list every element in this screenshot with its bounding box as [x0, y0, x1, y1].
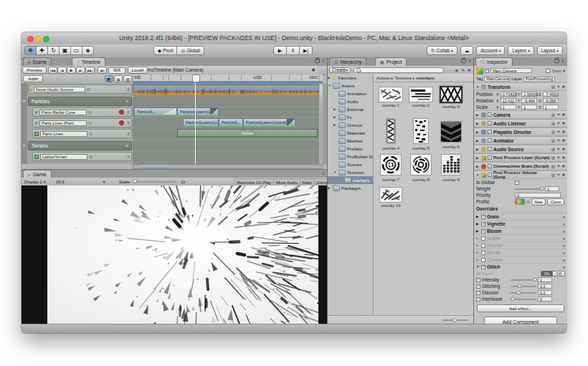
gear-icon[interactable]: ✱: [561, 85, 565, 89]
playable-director-component-header[interactable]: ▶✓Playable Director▤▼✱: [474, 127, 567, 136]
clip-lines-1[interactable]: ParticleSystemCo..: [183, 118, 219, 127]
all-button[interactable]: All: [476, 271, 480, 276]
tree-item-scenes[interactable]: Scenes: [328, 160, 373, 168]
pivot-toggle-button[interactable]: ◆Pivot: [153, 46, 177, 55]
gameobject-enabled-checkbox[interactable]: ✓: [485, 69, 489, 73]
local-global-dropdown[interactable]: Local▾: [128, 67, 148, 74]
gear-icon[interactable]: ✱: [561, 121, 565, 125]
rotation-y-field[interactable]: -5.496: [521, 98, 537, 103]
transform-tool-button[interactable]: ◈: [82, 46, 94, 55]
track-options-icon[interactable]: ≡: [127, 132, 130, 136]
track-group-terrains[interactable]: Terrains +: [28, 141, 132, 150]
collab-dropdown[interactable]: ↻Collab▾: [427, 46, 457, 55]
mix-mode-button[interactable]: ◩: [105, 75, 113, 82]
slider-knob[interactable]: [533, 278, 537, 282]
rotate-tool-button[interactable]: ↻: [47, 46, 60, 55]
layer-dropdown[interactable]: PostProcessing: [523, 77, 555, 82]
foldout-icon[interactable]: ▶: [333, 123, 337, 127]
pause-button[interactable]: ‖: [286, 46, 300, 55]
tab-inspector[interactable]: ⓘInspector: [475, 57, 513, 66]
previous-frame-button[interactable]: |◀: [57, 67, 67, 74]
override-menu-icon[interactable]: ≡: [563, 222, 565, 226]
override-recolor[interactable]: ▶Recolor≡: [474, 241, 567, 249]
asset-overlay-3[interactable]: overlay-3: [437, 85, 465, 109]
foldout-icon[interactable]: ▶: [476, 165, 480, 168]
weight-slider[interactable]: [515, 188, 544, 190]
preset-icon[interactable]: ▼: [556, 130, 560, 134]
foldout-icon[interactable]: ▶: [476, 222, 480, 226]
cinemachine-brain-component-header[interactable]: ▶✓Cinemachine Brain (Script)▤▼✱: [474, 162, 567, 170]
override-enabled-checkbox[interactable]: [481, 244, 485, 248]
preset-icon[interactable]: ▼: [556, 173, 560, 177]
track-name-field[interactable]: Parts Lines: [40, 131, 87, 137]
book-icon[interactable]: ▤: [551, 173, 555, 177]
cloud-button[interactable]: ☁: [460, 46, 474, 55]
intensity-field[interactable]: 1: [538, 277, 552, 282]
foldout-icon[interactable]: ▶: [476, 139, 480, 143]
foldout-icon[interactable]: ▶: [476, 236, 480, 240]
position-z-field[interactable]: -7.4652: [543, 92, 559, 97]
tree-item-animation[interactable]: Animation: [328, 90, 373, 97]
object-picker-icon[interactable]: ⊙: [89, 131, 93, 136]
layers-dropdown[interactable]: Layers▾: [508, 46, 534, 55]
discolor-field[interactable]: 0.2: [538, 290, 552, 295]
slider-knob[interactable]: [518, 284, 522, 289]
track-name-field[interactable]: Parts Radial Cone: [39, 110, 87, 115]
goto-end-button[interactable]: ▶▶|: [85, 67, 95, 74]
audio-clip[interactable]: [133, 85, 321, 93]
scale-y-field[interactable]: 1: [521, 105, 537, 110]
foldout-icon[interactable]: ▶: [476, 215, 480, 218]
gear-icon[interactable]: ✱: [561, 112, 565, 117]
foldout-icon[interactable]: ▼: [476, 85, 480, 89]
scroll-thumb[interactable]: [141, 165, 166, 168]
lock-icon[interactable]: [315, 59, 320, 63]
gear-icon[interactable]: ✱: [561, 138, 565, 143]
book-icon[interactable]: ▤: [551, 112, 555, 117]
override-enabled-checkbox[interactable]: [481, 258, 485, 262]
activation-checkbox[interactable]: ✓: [34, 132, 39, 136]
glitching-field[interactable]: 0.2: [538, 284, 552, 289]
clip-lines-3[interactable]: ParticleSystemControlCl...: [243, 118, 295, 127]
gear-icon[interactable]: ✱: [561, 147, 565, 151]
track-header-parts-lines[interactable]: ✓ Parts Lines ⊙ ≡: [32, 129, 132, 138]
breadcrumb-textures[interactable]: Textures: [394, 75, 411, 80]
group-add-icon[interactable]: +: [125, 99, 128, 104]
tab-timeline[interactable]: ◔Timeline: [72, 57, 105, 66]
asset-overlay-2[interactable]: overlay-2: [407, 87, 435, 107]
gear-icon[interactable]: ✱: [561, 130, 565, 134]
foldout-icon[interactable]: ▶: [476, 122, 480, 125]
none-button[interactable]: None: [482, 271, 492, 276]
foldout-icon[interactable]: ▶: [476, 156, 480, 160]
group-add-icon[interactable]: +: [125, 143, 128, 148]
param-checkbox[interactable]: ✓: [476, 278, 480, 282]
book-icon[interactable]: ▤: [551, 121, 555, 125]
search-by-type-icon[interactable]: ◈: [455, 67, 458, 72]
clip-particles-1[interactable]: ParticleS...: [134, 107, 177, 116]
aspect-dropdown[interactable]: 16:9▾: [56, 178, 105, 185]
asset-overlay-10[interactable]: overlay-10: [376, 187, 405, 208]
panel-menu-icon[interactable]: ≡: [561, 59, 564, 63]
track-header-lattice-terrain[interactable]: ✓ LatticeTerrain ⊙ ≡: [32, 152, 132, 161]
scroll-thumb[interactable]: [320, 85, 323, 106]
position-x-field[interactable]: 0.71825: [501, 92, 516, 97]
position-y-field[interactable]: 1.65050: [521, 92, 537, 97]
slider-knob[interactable]: [516, 291, 521, 295]
preset-icon[interactable]: ▼: [556, 138, 560, 143]
audio-listener-component-header[interactable]: ▶✓Audio Listener▤▼✱: [474, 119, 567, 127]
weight-slider-knob[interactable]: [540, 187, 544, 191]
param-checkbox[interactable]: ✓: [476, 297, 480, 302]
scale-z-field[interactable]: 1: [543, 105, 559, 110]
breadcrumb-overlays[interactable]: overlays: [417, 75, 435, 80]
record-indicator[interactable]: [119, 110, 124, 115]
timeline-vscrollbar[interactable]: [318, 83, 323, 164]
scale-slider-knob[interactable]: [133, 179, 137, 183]
tab-project[interactable]: ▦Project: [375, 57, 407, 66]
weight-field[interactable]: 1: [545, 186, 559, 191]
playhead-line[interactable]: [195, 74, 196, 164]
foldout-icon[interactable]: ▶: [476, 258, 480, 261]
override-menu-icon[interactable]: ≡: [563, 265, 565, 269]
override-enabled-checkbox[interactable]: [481, 236, 485, 241]
preview-toggle-button[interactable]: Preview: [22, 67, 47, 74]
panel-menu-icon[interactable]: ≡: [322, 171, 325, 175]
step-button[interactable]: ▶|: [299, 46, 313, 55]
